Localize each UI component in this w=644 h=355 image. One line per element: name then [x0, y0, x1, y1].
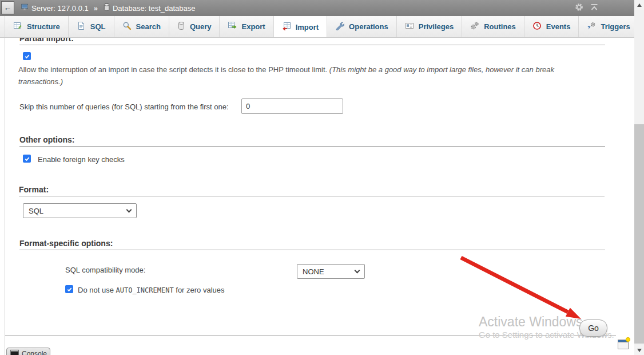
page-settings-window-icon[interactable]	[617, 337, 630, 353]
format-select-value: SQL	[29, 207, 43, 215]
topbar-actions	[574, 0, 599, 16]
tab-query[interactable]: Query	[169, 16, 220, 37]
tab-import[interactable]: Import	[274, 16, 327, 38]
sql-compatibility-value: NONE	[303, 267, 324, 276]
tab-label: Operations	[349, 22, 388, 31]
tab-events[interactable]: Events	[524, 16, 579, 37]
triggers-icon	[587, 21, 596, 32]
privileges-icon	[405, 21, 414, 32]
tab-label: SQL	[90, 22, 106, 31]
structure-icon	[13, 21, 22, 32]
sql-compatibility-label: SQL compatibility mode:	[65, 266, 145, 274]
gear-icon[interactable]	[574, 2, 584, 14]
tab-label: Structure	[27, 22, 60, 31]
breadcrumb-server-label: Server: 127.0.0.1	[31, 4, 89, 13]
back-button[interactable]: ←	[1, 1, 14, 14]
tab-label: Query	[190, 22, 212, 31]
go-button[interactable]: Go	[579, 320, 607, 337]
format-select[interactable]: SQL	[23, 203, 137, 218]
import-icon	[282, 22, 291, 33]
tab-bar: Structure SQL Search Query Export Import…	[0, 16, 634, 38]
search-icon	[122, 21, 132, 32]
console-icon	[10, 349, 19, 355]
skip-queries-label: Skip this number of queries (for SQL) st…	[19, 102, 229, 111]
query-icon	[177, 21, 185, 32]
tab-label: Search	[136, 22, 161, 31]
tab-label: Events	[546, 22, 571, 31]
console-label: Console	[22, 350, 47, 355]
auto-increment-code: AUTO_INCREMENT	[116, 286, 174, 294]
tab-privileges[interactable]: Privileges	[397, 16, 462, 37]
chevron-down-icon	[126, 207, 132, 212]
format-specific-heading: Format-specific options:	[19, 239, 605, 250]
breadcrumb-database[interactable]: Database: test_database	[103, 3, 196, 13]
tab-label: Triggers	[601, 22, 630, 31]
auto-increment-checkbox[interactable]	[65, 285, 73, 293]
foreign-key-label[interactable]: Enable foreign key checks	[38, 155, 125, 164]
collapse-top-icon[interactable]	[590, 3, 599, 14]
tab-search[interactable]: Search	[114, 16, 169, 37]
tab-label: Privileges	[419, 22, 454, 31]
tab-sql[interactable]: SQL	[69, 16, 114, 37]
vertical-scrollbar[interactable]	[634, 0, 644, 355]
auto-increment-prefix: Do not use	[78, 286, 116, 294]
auto-increment-suffix: for zero values	[174, 286, 225, 294]
database-icon	[103, 3, 110, 13]
breadcrumb-bar: ← Server: 127.0.0.1 » Database: test_dat…	[0, 0, 634, 16]
routines-icon	[470, 21, 479, 32]
skip-queries-input[interactable]	[241, 98, 343, 114]
tab-structure[interactable]: Structure	[5, 16, 69, 37]
interrupt-checkbox[interactable]	[23, 52, 31, 60]
clock-icon	[532, 21, 542, 32]
breadcrumb-separator: »	[94, 4, 98, 13]
scrollbar-up-button[interactable]	[634, 0, 644, 10]
chevron-down-icon	[355, 267, 360, 273]
server-icon	[21, 3, 29, 13]
tab-triggers[interactable]: Triggers	[579, 16, 634, 37]
tab-operations[interactable]: Operations	[327, 16, 397, 37]
tab-export[interactable]: Export	[220, 16, 273, 37]
auto-increment-label[interactable]: Do not use AUTO_INCREMENT for zero value…	[78, 286, 225, 294]
tab-label: Routines	[484, 22, 516, 31]
tab-routines[interactable]: Routines	[462, 16, 524, 37]
interrupt-description: Allow the interruption of an import in c…	[18, 64, 566, 88]
sql-compatibility-select[interactable]: NONE	[297, 264, 365, 279]
import-form: Partial import: Allow the interruption o…	[5, 38, 634, 355]
console-toggle[interactable]: Console	[6, 348, 50, 355]
breadcrumb-database-label: Database: test_database	[113, 4, 196, 13]
phpmyadmin-import-page: ← Server: 127.0.0.1 » Database: test_dat…	[0, 0, 644, 355]
scrollbar-down-button[interactable]	[634, 345, 644, 355]
tab-label: Import	[296, 23, 319, 31]
sql-icon	[77, 21, 86, 32]
scroll-down-icon	[637, 349, 642, 352]
export-icon	[228, 21, 237, 32]
interrupt-text: Allow the interruption of an import in c…	[18, 65, 329, 74]
activate-windows-watermark: Activate Windows	[479, 314, 583, 330]
breadcrumb: Server: 127.0.0.1 » Database: test_datab…	[21, 0, 196, 16]
breadcrumb-server[interactable]: Server: 127.0.0.1	[21, 3, 89, 13]
scroll-up-icon	[637, 3, 642, 7]
wrench-icon	[335, 21, 344, 32]
foreign-key-checkbox[interactable]	[23, 155, 31, 163]
other-options-heading: Other options:	[19, 135, 605, 147]
format-heading: Format:	[19, 185, 605, 196]
scrollbar-thumb[interactable]	[634, 124, 644, 344]
tab-label: Export	[241, 22, 265, 31]
